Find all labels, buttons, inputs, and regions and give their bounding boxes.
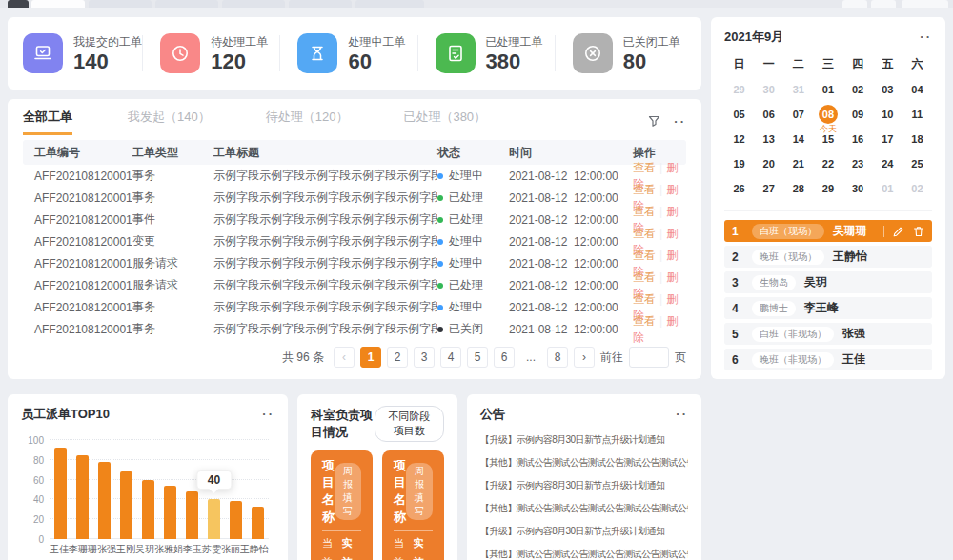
shift-row[interactable]: 3生物岛吴玥 xyxy=(724,271,932,293)
stat-label: 我提交的工单 xyxy=(73,34,142,50)
calendar-day[interactable]: 15 xyxy=(813,128,842,150)
table-row: AFF202108120001变更示例字段示例字段示例字段示例字段示例字段处理中… xyxy=(23,230,686,252)
view-link[interactable]: 查看 xyxy=(633,314,656,328)
view-link[interactable]: 查看 xyxy=(633,270,656,284)
more-icon[interactable]: ·· xyxy=(262,410,274,419)
calendar-day[interactable]: 01 xyxy=(873,177,902,199)
view-link[interactable]: 查看 xyxy=(633,249,656,262)
calendar-day[interactable]: 02 xyxy=(902,177,932,199)
prev-page-button[interactable]: ‹ xyxy=(334,347,355,368)
calendar-day[interactable]: 14 xyxy=(783,128,813,150)
announcements-panel: 公告 ·· 【升级】示例内容8月30日新节点升级计划通知【其他】测试公告测试公告… xyxy=(467,394,701,560)
calendar-day[interactable]: 12 xyxy=(724,128,754,150)
bar[interactable] xyxy=(208,499,220,539)
calendar-day[interactable]: 23 xyxy=(843,152,873,174)
calendar-day[interactable]: 27 xyxy=(754,177,783,199)
project-card[interactable]: 项目名称周报填写当前阶段实施阶段当前进度示例字段下一步计划示例字段计划启动时间2… xyxy=(382,450,444,560)
calendar-day[interactable]: 04 xyxy=(902,78,932,100)
calendar-day[interactable]: 07 xyxy=(783,103,813,125)
calendar-day[interactable]: 28 xyxy=(783,177,813,199)
calendar-day[interactable]: 13 xyxy=(754,128,783,150)
weekly-report-badge[interactable]: 周报填写 xyxy=(406,463,433,520)
next-page-button[interactable]: › xyxy=(574,347,595,368)
view-link[interactable]: 查看 xyxy=(633,161,656,174)
bar[interactable] xyxy=(76,455,89,539)
calendar-day[interactable]: 02 xyxy=(843,78,873,100)
bar[interactable] xyxy=(186,491,198,539)
order-type-cell: 变更 xyxy=(132,233,213,250)
view-link[interactable]: 查看 xyxy=(633,292,656,306)
announcement-item[interactable]: 【升级】示例内容8月30日新节点升级计划通知 xyxy=(480,520,688,543)
announcement-item[interactable]: 【其他】测试公告测试公告测试公告测试公告测试公告 xyxy=(480,451,688,474)
view-link[interactable]: 查看 xyxy=(633,183,656,196)
calendar-day[interactable]: 21 xyxy=(783,152,813,174)
calendar-day[interactable]: 09 xyxy=(843,103,873,125)
stage-count-button[interactable]: 不同阶段项目数 xyxy=(375,406,444,442)
calendar-day[interactable]: 31 xyxy=(783,78,813,100)
calendar-day[interactable]: 10 xyxy=(873,103,902,125)
bar[interactable] xyxy=(98,462,111,539)
calendar-day[interactable]: 24 xyxy=(873,152,902,174)
shift-row[interactable]: 5白班（非现场）张强 xyxy=(724,323,932,345)
calendar-day[interactable]: 30 xyxy=(754,78,783,100)
more-icon[interactable]: ·· xyxy=(674,117,686,127)
trash-icon[interactable] xyxy=(913,226,924,237)
page-button[interactable]: 3 xyxy=(414,347,435,368)
calendar-day[interactable]: 26 xyxy=(724,177,754,199)
view-link[interactable]: 查看 xyxy=(633,205,656,218)
tab-pending[interactable]: 待处理（120） xyxy=(266,109,349,135)
order-title-cell: 示例字段示例字段示例字段示例字段示例字段 xyxy=(213,211,437,228)
order-type-cell: 事务 xyxy=(132,321,213,337)
goto-page-input[interactable] xyxy=(629,347,669,368)
calendar-day[interactable]: 18 xyxy=(902,128,932,150)
tab-processed[interactable]: 已处理（380） xyxy=(403,109,486,135)
calendar-day[interactable]: 19 xyxy=(724,152,754,174)
calendar-day[interactable]: 01 xyxy=(813,78,842,100)
page-button[interactable]: 4 xyxy=(440,347,461,368)
announcement-item[interactable]: 【其他】测试公告测试公告测试公告测试公告测试公告 xyxy=(480,543,688,560)
announcement-item[interactable]: 【升级】示例内容8月30日新节点升级计划通知 xyxy=(480,429,688,451)
bar[interactable] xyxy=(120,471,132,539)
bar[interactable] xyxy=(230,501,242,539)
announcement-item[interactable]: 【升级】示例内容8月30日新节点升级计划通知 xyxy=(480,474,688,497)
bar[interactable] xyxy=(54,448,67,539)
calendar-day[interactable]: 05 xyxy=(724,103,754,125)
calendar-day[interactable]: 20 xyxy=(754,152,783,174)
weekly-report-badge[interactable]: 周报填写 xyxy=(335,463,361,520)
shift-row[interactable]: 4鹏博士李王峰 xyxy=(724,297,932,319)
calendar-day[interactable]: 11 xyxy=(902,103,932,125)
shift-row[interactable]: 2晚班（现场）王静怡 xyxy=(724,246,932,268)
announcement-item[interactable]: 【其他】测试公告测试公告测试公告测试公告测试公告 xyxy=(480,497,688,520)
calendar-day[interactable]: 17 xyxy=(873,128,902,150)
page-button[interactable]: 6 xyxy=(494,347,515,368)
bar[interactable] xyxy=(252,507,264,539)
page-button[interactable]: 5 xyxy=(467,347,488,368)
shift-row[interactable]: 1白班（现场）吴珊珊 xyxy=(724,220,932,242)
calendar-day[interactable]: 29 xyxy=(724,78,754,100)
page-button[interactable]: 8 xyxy=(547,347,568,368)
bar[interactable] xyxy=(142,480,154,539)
page-button[interactable]: 2 xyxy=(387,347,408,368)
edit-pencil-icon[interactable] xyxy=(893,226,904,237)
calendar-day[interactable]: 06 xyxy=(754,103,783,125)
more-icon[interactable]: ·· xyxy=(676,410,688,419)
tab-my-submitted[interactable]: 我发起（140） xyxy=(128,109,211,135)
bar[interactable] xyxy=(164,486,176,539)
order-type-cell: 事务 xyxy=(132,190,213,206)
calendar-day[interactable]: 08今天 xyxy=(813,103,842,125)
filter-funnel-icon[interactable] xyxy=(648,115,660,128)
tab-all-orders[interactable]: 全部工单 xyxy=(23,109,72,135)
stat-value: 120 xyxy=(211,51,268,72)
page-button[interactable]: 1 xyxy=(360,347,381,368)
view-link[interactable]: 查看 xyxy=(633,227,656,240)
more-icon[interactable]: ·· xyxy=(920,32,932,42)
calendar-day[interactable]: 30 xyxy=(843,177,873,199)
calendar-day[interactable]: 29 xyxy=(813,177,842,199)
project-card[interactable]: 项目名称周报填写当前阶段实施阶段当前进度示例字段下一步计划示例字段计划启动时间2… xyxy=(311,450,373,560)
calendar-day[interactable]: 16 xyxy=(843,128,873,150)
calendar-day[interactable]: 03 xyxy=(873,78,902,100)
bar-slot xyxy=(50,440,71,539)
calendar-day[interactable]: 25 xyxy=(902,152,932,174)
shift-row[interactable]: 6晚班（非现场）王佳 xyxy=(724,349,932,370)
calendar-day[interactable]: 22 xyxy=(813,152,842,174)
